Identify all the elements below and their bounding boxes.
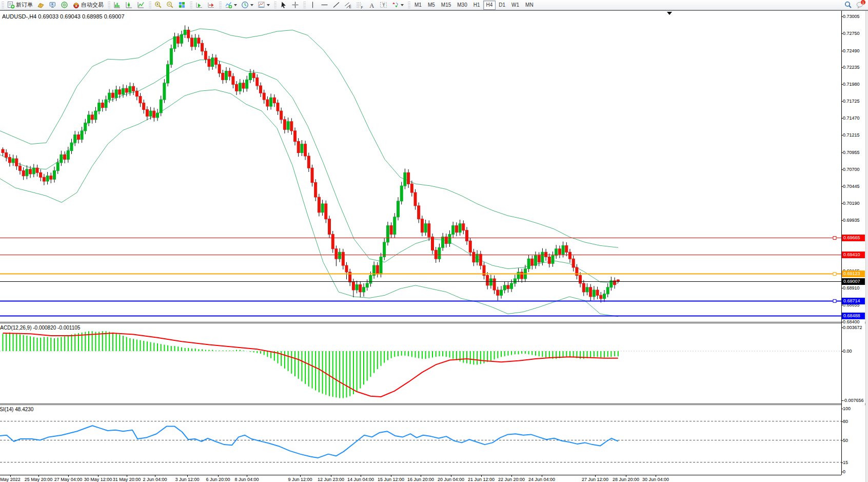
toolbar-button-zoom-in[interactable] (152, 1, 164, 10)
toolbar-button-crosshair[interactable] (289, 1, 301, 10)
toolbar-button-notifications[interactable]: 1 (854, 1, 866, 10)
zoom-out-icon (166, 1, 174, 9)
toolbar-button-autotrade[interactable]: 自动交易 (70, 1, 106, 10)
chevron-down-icon[interactable] (401, 4, 404, 6)
candlestick-chart-icon (125, 1, 133, 9)
price-badge-0.69665[interactable]: 0.69665 (842, 235, 865, 241)
new-order-label: 新订单 (16, 1, 33, 9)
price-tick-label: 0.72750 (843, 31, 860, 36)
toolbar-button-horizontal-line[interactable] (319, 1, 330, 10)
toolbar-button-auto-scroll[interactable] (193, 1, 205, 10)
toolbar-button-search[interactable] (842, 1, 854, 10)
price-tick-label: 0.71980 (843, 82, 860, 87)
toolbar-grip-icon[interactable] (149, 2, 151, 9)
price-badge-0.69007[interactable]: 0.69007 (842, 278, 865, 285)
toolbar-grip-icon[interactable] (219, 2, 222, 9)
chart-shift-marker-icon (667, 12, 672, 15)
level-handle-0.68714 (833, 299, 836, 302)
time-axis-label: 27 May 04:00 (54, 477, 83, 482)
toolbar-grip-icon[interactable] (303, 2, 306, 9)
toolbar-button-cursor[interactable] (278, 1, 289, 10)
chevron-down-icon[interactable] (250, 4, 253, 6)
time-axis-label: 30 Jun 04:00 (642, 477, 669, 482)
toolbar-button-vertical-line[interactable] (307, 1, 319, 10)
price-axis[interactable]: 0.730050.727500.724900.722350.719800.717… (841, 11, 865, 475)
time-axis-label: 28 Jun 20:00 (613, 477, 639, 482)
toolbar-button-bar-chart[interactable] (111, 1, 123, 10)
time-axis[interactable]: May 202225 May 20:0027 May 04:0030 May 1… (0, 475, 841, 482)
bollinger-upper-band (0, 29, 618, 247)
new-order-icon (7, 1, 15, 9)
vertical-line-icon (309, 1, 317, 9)
price-tick-label: 0.71725 (843, 99, 860, 104)
zoom-in-icon (154, 1, 162, 9)
chevron-down-icon[interactable] (234, 4, 237, 6)
macd-tick-label: -0.007656 (843, 398, 864, 403)
indicators-icon (225, 1, 232, 9)
toolbar-button-timeframe-D1[interactable]: D1 (496, 1, 508, 10)
toolbar-button-candlestick-chart[interactable] (123, 1, 135, 10)
toolbar-button-timeframe-M30[interactable]: M30 (454, 1, 470, 10)
toolbar-grip-icon[interactable] (274, 2, 277, 9)
price-tick-label: 0.71215 (843, 132, 860, 138)
toolbar-button-timeframe-H1[interactable]: H1 (470, 1, 483, 10)
price-badge-0.69123[interactable]: 0.69123 (842, 271, 865, 277)
bar-chart-icon (113, 1, 121, 9)
toolbar-button-timeframe-M15[interactable]: M15 (438, 1, 454, 10)
toolbar-button-text-label[interactable]: T (378, 1, 389, 10)
toolbar-grip-icon[interactable] (108, 2, 110, 9)
toolbar-button-timeframe-M1[interactable]: M1 (411, 1, 425, 10)
time-axis-label: 25 May 20:00 (25, 477, 53, 482)
candlestick-plot[interactable] (0, 11, 841, 323)
rsi-pane[interactable]: RSI(14) 48.4230 (0, 405, 841, 474)
time-axis-label: 20 Jun 04:00 (438, 477, 464, 482)
toolbar-button-text[interactable]: A (366, 1, 378, 10)
price-badge-0.68714[interactable]: 0.68714 (842, 298, 865, 304)
bollinger-middle-band (0, 60, 618, 283)
price-tick-label: 0.70445 (843, 184, 860, 189)
toolbar-button-zoom-out[interactable] (164, 1, 176, 10)
toolbar-button-equidistant-channel[interactable]: E (342, 1, 354, 10)
price-tick-label: 0.73005 (843, 14, 860, 19)
toolbar-button-fibonacci[interactable]: F (354, 1, 366, 10)
time-axis-label: May 2022 (0, 477, 21, 482)
toolbar-grip-icon[interactable] (190, 2, 192, 9)
time-axis-label: 24 Jun 04:00 (528, 477, 555, 482)
toolbar-grip-icon[interactable] (2, 2, 4, 9)
templates-icon (258, 1, 265, 9)
macd-pane[interactable]: MACD(12,26,9) -0.000820 -0.001105 (0, 323, 841, 403)
chart-title: AUDUSD-,H4 0.69033 0.69043 0.68985 0.690… (2, 13, 125, 20)
equidistant-channel-icon: E (344, 1, 352, 9)
toolbar-group-zoom (147, 0, 188, 10)
timeframe-M1-label: M1 (413, 2, 423, 8)
toolbar-button-trendline[interactable] (330, 1, 342, 10)
toolbar-button-templates[interactable] (255, 1, 272, 10)
timeframe-M5-label: M5 (427, 2, 436, 8)
toolbar-button-gold[interactable] (35, 1, 47, 10)
toolbar-group-chart-type (106, 0, 147, 10)
toolbar-button-terminal[interactable] (47, 1, 58, 10)
toolbar-button-signal[interactable] (58, 1, 70, 10)
toolbar-button-periods[interactable] (239, 1, 255, 10)
chevron-down-icon[interactable] (267, 4, 270, 6)
toolbar-button-timeframe-W1[interactable]: W1 (508, 1, 522, 10)
periods-icon (241, 1, 249, 9)
toolbar-button-chart-shift[interactable] (205, 1, 217, 10)
toolbar-button-arrows[interactable] (389, 1, 406, 10)
price-badge-0.68488[interactable]: 0.68488 (842, 313, 865, 319)
candles-up (12, 25, 613, 302)
main-chart-pane[interactable]: AUDUSD-,H4 0.69033 0.69043 0.68985 0.690… (0, 11, 841, 323)
price-badge-0.69410[interactable]: 0.69410 (842, 252, 865, 258)
time-axis-label: 21 Jun 12:00 (468, 477, 495, 482)
toolbar-button-line-chart[interactable] (135, 1, 147, 10)
toolbar-button-tile-windows[interactable] (176, 1, 188, 10)
toolbar-button-indicators[interactable] (223, 1, 239, 10)
toolbar-group-timeframes: M1M5M15M30H1H4D1W1MN (406, 0, 537, 10)
toolbar-grip-icon[interactable] (408, 2, 410, 9)
svg-text:A: A (369, 2, 374, 9)
toolbar-button-timeframe-MN[interactable]: MN (522, 1, 537, 10)
toolbar-button-timeframe-H4[interactable]: H4 (483, 1, 496, 10)
svg-text:T: T (382, 2, 385, 8)
toolbar-button-new-order[interactable]: 新订单 (5, 1, 35, 10)
toolbar-button-timeframe-M5[interactable]: M5 (425, 1, 438, 10)
